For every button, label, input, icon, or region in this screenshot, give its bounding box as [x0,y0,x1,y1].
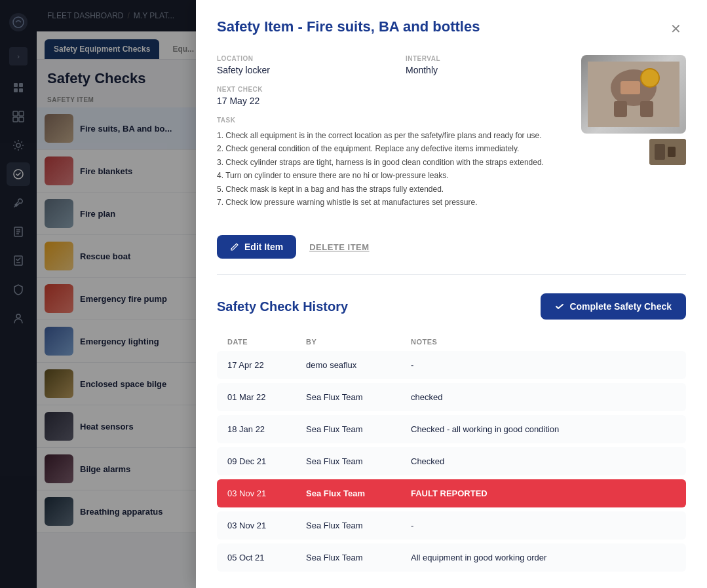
complete-safety-check-button[interactable]: Complete Safety Check [541,293,686,320]
interval-value: Monthly [406,65,568,75]
secondary-item-image [649,139,686,165]
history-header-row: Safety Check History Complete Safety Che… [217,293,686,320]
interval-block: INTERVAL Monthly [406,55,568,75]
history-row: 01 Mar 22 Sea Flux Team checked [217,383,686,411]
svg-rect-25 [655,144,665,160]
history-notes: - [411,360,676,370]
history-by: Sea Flux Team [306,521,411,530]
history-notes: FAULT REPORTED [411,488,676,498]
history-notes: Checked [411,456,676,466]
edit-item-button[interactable]: Edit Item [217,235,296,259]
col-date: DATE [227,338,306,346]
history-row: 05 Oct 21 Sea Flux Team All equipment in… [217,543,686,572]
history-date: 01 Mar 22 [227,392,306,402]
task-section: TASK 1. Check all equipment is in the co… [217,117,568,209]
next-check-label: NEXT CHECK [217,86,568,93]
modal-info-row-2: NEXT CHECK 17 May 22 [217,86,568,106]
history-row: 03 Nov 21 Sea Flux Team - [217,511,686,540]
history-date: 18 Jan 22 [227,424,306,434]
delete-item-link[interactable]: DELETE ITEM [309,242,369,252]
history-row: 18 Jan 22 Sea Flux Team Checked - all wo… [217,415,686,443]
interval-label: INTERVAL [406,55,568,62]
modal-images [581,55,686,222]
history-date: 17 Apr 22 [227,360,306,370]
history-date: 05 Oct 21 [227,553,306,562]
svg-rect-26 [668,147,676,157]
history-date: 03 Nov 21 [227,521,306,530]
history-notes: All equipment in good working order [411,553,676,562]
history-row: 17 Apr 22 demo seaflux - [217,351,686,379]
history-date: 03 Nov 21 [227,488,306,498]
modal-top-content: LOCATION Safety locker INTERVAL Monthly … [217,55,686,222]
history-by: demo seaflux [306,360,411,370]
history-row: 03 Nov 21 Sea Flux Team FAULT REPORTED [217,479,686,507]
history-date: 09 Dec 21 [227,456,306,466]
history-notes: Checked - all working in good condition [411,424,676,434]
svg-rect-23 [621,81,640,94]
task-text: 1. Check all equipment is in the correct… [217,129,568,209]
modal-text-section: LOCATION Safety locker INTERVAL Monthly … [217,55,568,222]
location-label: LOCATION [217,55,379,62]
location-value: Safety locker [217,65,379,75]
svg-point-22 [641,69,659,87]
checkmark-icon [555,302,564,311]
history-by: Sea Flux Team [306,424,411,434]
main-item-image [581,55,686,134]
col-notes: NOTES [411,338,676,346]
modal-actions: Edit Item DELETE ITEM [217,235,686,275]
svg-rect-21 [640,101,653,117]
edit-icon [230,242,239,251]
next-check-value: 17 May 22 [217,96,568,106]
history-by: Sea Flux Team [306,488,411,498]
content-area: Safety Equipment Checks Equ... Safety Ch… [37,31,707,588]
history-by: Sea Flux Team [306,553,411,562]
history-rows-container: 17 Apr 22 demo seaflux - 01 Mar 22 Sea F… [217,351,686,572]
safety-item-modal: Safety Item - Fire suits, BA and bottles… [196,31,707,588]
modal-overlay: Safety Item - Fire suits, BA and bottles… [37,31,707,588]
modal-title: Safety Item - Fire suits, BA and bottles [217,31,480,35]
history-by: Sea Flux Team [306,456,411,466]
modal-close-btn[interactable]: ✕ [665,31,686,39]
modal-info-row-1: LOCATION Safety locker INTERVAL Monthly [217,55,568,75]
modal-header: Safety Item - Fire suits, BA and bottles… [217,31,686,39]
task-label: TASK [217,117,568,124]
main-content: FLEET DASHBOARD / M.Y PLAT... Safety Equ… [37,0,707,588]
next-check-block: NEXT CHECK 17 May 22 [217,86,568,106]
history-notes: - [411,521,676,530]
history-table-header: DATE BY NOTES [217,333,686,351]
svg-rect-20 [614,101,627,117]
col-by: BY [306,338,411,346]
history-row: 09 Dec 21 Sea Flux Team Checked [217,447,686,475]
history-notes: checked [411,392,676,402]
history-by: Sea Flux Team [306,392,411,402]
history-title: Safety Check History [217,299,348,314]
location-block: LOCATION Safety locker [217,55,379,75]
